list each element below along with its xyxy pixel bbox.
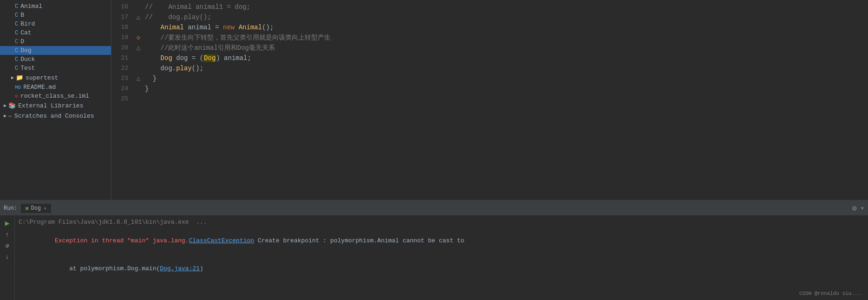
sidebar-item-test[interactable]: C Test	[0, 64, 111, 73]
arrow-marker-23: △	[137, 73, 140, 84]
gutter-17: △	[134, 12, 143, 22]
code-line-16: 16 // Animal animal1 = dog;	[111, 2, 868, 12]
code-20: //此时这个animal引用和Dog毫无关系	[143, 43, 868, 53]
sidebar-label-scratches: Scratches and Consoles	[14, 113, 94, 120]
sidebar-label-supertest: supertest	[26, 74, 58, 81]
arrow-icon-scratches: ▶	[4, 113, 7, 119]
arrow-marker-17: △	[137, 12, 140, 22]
code-18: Animal animal = new Animal();	[143, 22, 868, 33]
output-line-error: Exception in thread "main" java.lang.Cla…	[19, 227, 864, 255]
close-tab-button[interactable]: ✕	[44, 206, 46, 211]
sidebar-label-b: B	[20, 12, 24, 19]
sidebar-item-readme[interactable]: MD README.md	[0, 83, 111, 92]
gutter-20: △	[134, 43, 143, 53]
output-line-0: C:\Program Files\Java\jdk1.8.0_101\bin\j…	[19, 218, 864, 227]
code-line-20: 20 △ //此时这个animal引用和Dog毫无关系	[111, 43, 868, 53]
code-content[interactable]: 16 // Animal animal1 = dog; 17 △ // dog.…	[111, 0, 868, 200]
class-icon-b: C	[15, 12, 18, 19]
sidebar-item-duck[interactable]: C Duck	[0, 55, 111, 64]
error-middle: Create breakpoint : polymorphism.Animal …	[254, 237, 464, 244]
sidebar: C Animal C B C Bird C Cat C D C Dog C Du…	[0, 0, 111, 200]
stack-end: )	[200, 265, 203, 272]
code-24: }	[143, 84, 868, 94]
class-icon-animal: C	[15, 3, 18, 10]
code-line-23: 23 △ }	[111, 73, 868, 84]
run-output[interactable]: C:\Program Files\Java\jdk1.8.0_101\bin\j…	[15, 216, 868, 285]
code-16: // Animal animal1 = dog;	[143, 2, 868, 12]
line-num-19: 19	[111, 33, 134, 43]
code-line-18: 18 Animal animal = new Animal();	[111, 22, 868, 33]
stack-prefix: at polymorphism.Dog.main(	[55, 265, 160, 272]
run-tab-label: Dog	[31, 205, 41, 212]
sidebar-label-readme: README.md	[23, 84, 56, 91]
up-button[interactable]: ↑	[2, 229, 13, 240]
sidebar-item-cat[interactable]: C Cat	[0, 28, 111, 37]
breakpoint-19: ◇	[137, 33, 140, 43]
line-num-25: 25	[111, 94, 134, 104]
class-icon-dog: C	[15, 47, 18, 54]
sidebar-item-animal[interactable]: C Animal	[0, 2, 111, 11]
class-icon-cat: C	[15, 30, 18, 36]
sidebar-label-animal: Animal	[20, 3, 42, 10]
run-tab-icon: ▣	[26, 205, 29, 211]
sidebar-item-scratches[interactable]: ▶ ✏ Scratches and Consoles	[0, 111, 111, 121]
sidebar-item-supertest[interactable]: ▶ 📁 supertest	[0, 73, 111, 83]
code-line-21: 21 Dog dog = (Dog) animal;	[111, 53, 868, 63]
line-num-21: 21	[111, 53, 134, 63]
stack-link[interactable]: Dog.java:21	[160, 265, 200, 272]
run-output-area: ▶ ↑ ↺ ↓ C:\Program Files\Java\jdk1.8.0_1…	[0, 216, 868, 300]
sidebar-item-bird[interactable]: C Bird	[0, 20, 111, 28]
output-wrapper: C:\Program Files\Java\jdk1.8.0_101\bin\j…	[15, 216, 868, 300]
code-line-22: 22 dog.play();	[111, 63, 868, 73]
line-num-16: 16	[111, 2, 134, 12]
class-icon-d: C	[15, 39, 18, 45]
sidebar-label-test: Test	[20, 65, 35, 72]
sidebar-label-duck: Duck	[20, 56, 35, 63]
code-line-24: 24 }	[111, 84, 868, 94]
line-num-23: 23	[111, 73, 134, 84]
run-controls: ▶ ↑ ↺ ↓	[0, 216, 15, 300]
code-19: //要发生向下转型，首先父类引用就是向该类向上转型产生	[143, 33, 868, 43]
sidebar-label-external: External Libraries	[18, 102, 83, 109]
error-class-link[interactable]: ClassCastException	[189, 237, 254, 244]
class-icon-bird: C	[15, 21, 18, 27]
error-prefix: Exception in thread "main" java.lang.	[55, 237, 189, 244]
code-17: // dog.play();	[143, 12, 868, 22]
arrow-marker-20: △	[137, 43, 140, 53]
code-line-19: 19 ◇ //要发生向下转型，首先父类引用就是向该类向上转型产生	[111, 33, 868, 43]
run-tab-dog[interactable]: ▣ Dog ✕	[21, 204, 51, 213]
rerun-button[interactable]: ↺	[2, 240, 13, 251]
output-line-stack: at polymorphism.Dog.main(Dog.java:21)	[19, 255, 864, 283]
sidebar-label-iml: rocket_class_se.iml	[20, 93, 89, 100]
class-icon-test: C	[15, 65, 18, 72]
sidebar-item-d[interactable]: C D	[0, 37, 111, 46]
sidebar-item-external-libraries[interactable]: ▶ 📚 External Libraries	[0, 100, 111, 111]
class-icon-duck: C	[15, 56, 18, 63]
sidebar-label-dog: Dog	[20, 47, 31, 54]
editor-area: 16 // Animal animal1 = dog; 17 △ // dog.…	[111, 0, 868, 200]
line-num-20: 20	[111, 43, 134, 53]
code-line-25: 25	[111, 94, 868, 104]
sidebar-item-iml[interactable]: ⚙ rocket_class_se.iml	[0, 92, 111, 100]
gutter-19: ◇	[134, 33, 143, 43]
code-21: Dog dog = (Dog) animal;	[143, 53, 868, 63]
line-num-24: 24	[111, 84, 134, 94]
run-label: Run:	[4, 205, 17, 212]
expand-icon[interactable]: ▾	[861, 204, 864, 212]
sidebar-label-d: D	[20, 38, 24, 45]
line-num-22: 22	[111, 63, 134, 73]
code-22: dog.play();	[143, 63, 868, 73]
gutter-23: △	[134, 73, 143, 84]
line-num-17: 17	[111, 12, 134, 22]
sidebar-item-dog[interactable]: C Dog	[0, 46, 111, 55]
sidebar-item-b[interactable]: C B	[0, 11, 111, 20]
watermark: CSDN @ronaldo siu...	[799, 291, 861, 296]
folder-icon-scratches: ✏	[8, 112, 12, 120]
play-button[interactable]: ▶	[2, 218, 13, 228]
code-23: }	[143, 73, 868, 84]
sidebar-label-cat: Cat	[20, 29, 31, 36]
down-button[interactable]: ↓	[2, 252, 13, 262]
sidebar-label-bird: Bird	[20, 20, 35, 27]
settings-icon[interactable]: ⚙	[852, 204, 857, 213]
folder-icon-supertest: 📁	[16, 74, 23, 81]
